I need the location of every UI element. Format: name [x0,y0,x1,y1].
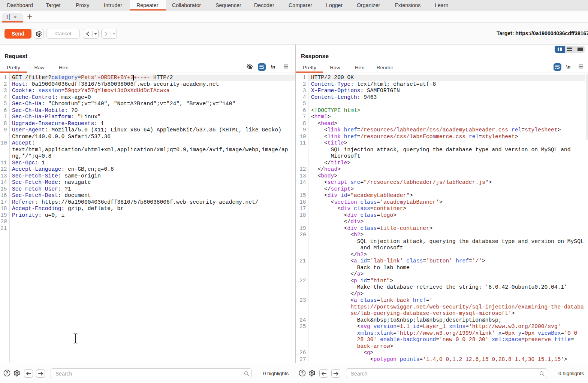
svg-text:?: ? [301,371,304,375]
svg-text:?: ? [6,371,8,375]
